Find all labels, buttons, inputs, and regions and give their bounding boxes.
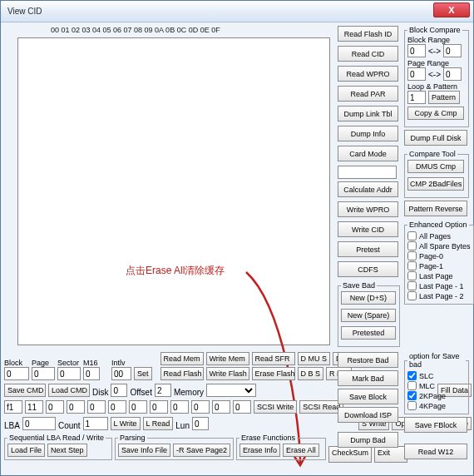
save-info-file-button[interactable]: Save Info File [118, 444, 170, 457]
page1-checkbox[interactable]: Page-1 [407, 261, 471, 270]
row3-c[interactable] [87, 400, 106, 414]
sector-input[interactable] [57, 367, 81, 380]
erase-all-button[interactable]: Erase All [283, 444, 319, 457]
row3-e[interactable] [129, 400, 147, 414]
last-page-1-checkbox[interactable]: Last Page - 1 [407, 281, 471, 290]
new-spare-button[interactable]: New (Spare) [341, 309, 396, 322]
row3-a[interactable] [46, 400, 64, 414]
pretest-button[interactable]: Pretest [338, 241, 398, 257]
row3-d[interactable] [108, 400, 126, 414]
read-flash-id-button[interactable]: Read Flash ID [338, 26, 398, 42]
row3-h[interactable] [191, 400, 210, 414]
disk-input[interactable] [111, 384, 127, 397]
memory-label: Memory [174, 388, 204, 397]
read-wpro-button[interactable]: Read WPRO [338, 66, 398, 82]
erase-flash-button[interactable]: Erase Flash [252, 367, 295, 380]
card-mode-button[interactable]: Card Mode [338, 146, 398, 161]
read-flash-button[interactable]: Read Flash [160, 367, 204, 380]
block-compare-legend: Block Compare [407, 26, 462, 34]
write-flash-button[interactable]: Write Flash [206, 367, 249, 380]
erase-info-button[interactable]: Erase Info [239, 444, 280, 457]
last-page-checkbox[interactable]: Last Page [407, 271, 471, 280]
read-cid-button[interactable]: Read CID [338, 46, 398, 62]
dump-full-disk-button[interactable]: Dump Full Disk [404, 130, 467, 146]
cmp-2badfiles-button[interactable]: CMP 2BadFiles [407, 177, 464, 191]
lun-input[interactable] [192, 417, 209, 430]
hex-column-header: 00 01 02 03 04 05 06 07 08 09 0A 0B 0C 0… [51, 26, 220, 34]
lba-label: LBA [4, 421, 20, 430]
dbs-button[interactable]: D B S [298, 367, 324, 380]
write-cid-button[interactable]: Write CID [338, 221, 398, 237]
row3-f[interactable] [150, 400, 168, 414]
cdfs-button[interactable]: CDFS [338, 261, 398, 277]
read-par-button[interactable]: Read PAR [338, 86, 398, 102]
row3-b[interactable] [67, 400, 85, 414]
4k-checkbox[interactable]: 4KPage [407, 401, 466, 410]
page-range-from[interactable] [407, 67, 426, 81]
count-input[interactable] [83, 417, 108, 430]
calculate-addr-button[interactable]: Calculate Addr [338, 181, 398, 197]
lba-input[interactable] [22, 417, 56, 430]
pattern-reverse-button[interactable]: Pattern Reverse [404, 201, 467, 216]
row3-11[interactable] [25, 400, 43, 414]
slc-checkbox[interactable]: SLC [407, 371, 466, 380]
row3-f1[interactable] [4, 400, 22, 414]
save-cmd-button[interactable]: Save CMD [4, 384, 46, 397]
mark-bad-button[interactable]: Mark Bad [338, 370, 398, 386]
offset-input[interactable] [155, 384, 171, 397]
new-ds-button[interactable]: New (D+S) [341, 291, 396, 305]
pattern-button[interactable]: Pattern [428, 91, 460, 104]
compare-tool-group: Compare Tool DMUS Cmp CMP 2BadFiles [404, 150, 469, 198]
read-mem-button[interactable]: Read Mem [160, 352, 204, 365]
block-range-from[interactable] [407, 44, 426, 57]
read-w12-button[interactable]: Read W12 [404, 444, 467, 459]
dump-bad-button[interactable]: Dump Bad [338, 432, 398, 448]
load-file-button[interactable]: Load File [7, 444, 45, 457]
all-spare-checkbox[interactable]: All Spare Bytes [407, 241, 471, 250]
save-fblock-button[interactable]: Save FBlock [404, 417, 467, 433]
count-label: Count [58, 421, 81, 430]
page-range-to[interactable] [443, 67, 462, 81]
save-block-button[interactable]: Save Block [338, 389, 398, 404]
copy-cmp-button[interactable]: Copy & Cmp [407, 107, 464, 120]
titlebar: View CID X [1, 1, 473, 22]
memory-select[interactable] [206, 384, 256, 397]
block-range-to[interactable] [443, 44, 462, 57]
load-cmd-button[interactable]: Load CMD [48, 384, 90, 397]
all-pages-checkbox[interactable]: All Pages [407, 231, 471, 240]
lwrite-button[interactable]: L Write [111, 417, 141, 430]
mlc-checkbox[interactable]: MLC [407, 381, 466, 390]
m16-input[interactable] [83, 367, 100, 380]
loop-value[interactable] [407, 91, 426, 104]
r-save-page2-button[interactable]: -R Save Page2 [173, 444, 230, 457]
read-sfr-button[interactable]: Read SFR [252, 352, 295, 365]
last-page-2-checkbox[interactable]: Last Page - 2 [407, 291, 471, 300]
set-button[interactable]: Set [134, 367, 152, 380]
block-input[interactable] [4, 367, 29, 380]
intlv-input[interactable] [111, 367, 131, 380]
dump-link-tbl-button[interactable]: Dump Link Tbl [338, 106, 398, 121]
2k-checkbox[interactable]: 2KPage [407, 391, 466, 400]
scsi-write-button[interactable]: SCSI Write [254, 400, 297, 414]
page-input[interactable] [32, 367, 55, 380]
row3-g[interactable] [170, 400, 189, 414]
erase-functions-group: Erase Functions Erase Info Erase All [236, 434, 326, 460]
restore-bad-button[interactable]: Restore Bad [338, 352, 398, 368]
option-save-bad-legend: option for Save bad [407, 352, 466, 369]
close-button[interactable]: X [433, 2, 470, 17]
dmus-cmp-button[interactable]: DMUS Cmp [407, 160, 464, 173]
write-mem-button[interactable]: Write Mem [206, 352, 249, 365]
next-step-button[interactable]: Next Step [47, 444, 87, 457]
page0-checkbox[interactable]: Page-0 [407, 251, 471, 260]
disk-label: Disk [92, 388, 108, 397]
write-wpro-button[interactable]: Write WPRO [338, 201, 398, 217]
row3-i[interactable] [212, 400, 230, 414]
pretested-button[interactable]: Pretested [341, 326, 396, 340]
row3-j[interactable] [233, 400, 251, 414]
lread-button[interactable]: L Read [143, 417, 174, 430]
seq-lba-legend: Sequential LBA Read / Write [7, 434, 106, 442]
dmus-button[interactable]: D MU S [298, 352, 331, 365]
dump-info-button[interactable]: Dump Info [338, 126, 398, 141]
download-isp-button[interactable]: Download ISP [338, 407, 398, 423]
calc-addr-input[interactable] [338, 166, 397, 179]
